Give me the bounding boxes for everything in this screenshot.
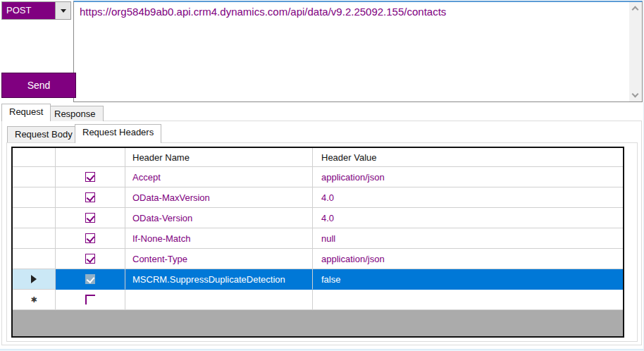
grid-header-value: Header Value	[313, 148, 623, 167]
header-row[interactable]: MSCRM.SuppressDuplicateDetectionfalse	[13, 269, 623, 290]
checkbox-checked-icon[interactable]	[85, 172, 95, 182]
row-selector-cell[interactable]	[13, 208, 56, 228]
header-row[interactable]: OData-Version4.0	[13, 208, 623, 228]
tab-request-body[interactable]: Request Body	[7, 126, 80, 142]
new-row-enabled-cell[interactable]	[56, 290, 125, 310]
checkbox-checked-icon[interactable]	[85, 233, 95, 243]
current-row-arrow-icon	[31, 275, 37, 283]
header-value-cell[interactable]: 4.0	[313, 187, 623, 208]
new-row-name-cell[interactable]	[125, 290, 313, 310]
header-name-cell[interactable]: Accept	[125, 167, 313, 187]
tab-request[interactable]: Request	[1, 104, 51, 121]
header-name-cell[interactable]: If-None-Match	[125, 228, 313, 249]
header-value-cell[interactable]: application/json	[313, 167, 623, 187]
row-selector-cell[interactable]	[13, 249, 56, 269]
grid-header-name: Header Name	[125, 148, 313, 167]
checkbox-checked-icon[interactable]	[85, 213, 95, 223]
header-value-cell[interactable]: false	[313, 269, 623, 290]
new-row-value-cell[interactable]	[313, 290, 623, 310]
scroll-down-icon[interactable]	[632, 91, 639, 98]
send-button[interactable]: Send	[1, 73, 76, 98]
tab-response[interactable]: Response	[47, 106, 104, 121]
grid-empty-area	[13, 310, 623, 336]
enabled-cell[interactable]	[56, 208, 125, 228]
new-header-row[interactable]: ✱	[13, 290, 623, 310]
chevron-down-icon	[61, 9, 66, 13]
header-value-cell[interactable]: application/json	[313, 249, 623, 269]
header-row[interactable]: Content-Typeapplication/json	[13, 249, 623, 269]
api-test-tool-window: POST https://org584b9ab0.api.crm4.dynami…	[0, 0, 644, 351]
header-value-cell[interactable]: 4.0	[313, 208, 623, 228]
grid-header-row: Header Name Header Value	[13, 148, 623, 167]
header-name-cell[interactable]: MSCRM.SuppressDuplicateDetection	[125, 269, 313, 290]
enabled-cell[interactable]	[56, 269, 125, 290]
grid-header-selector	[13, 148, 56, 167]
header-value-cell[interactable]: null	[313, 228, 623, 249]
enabled-cell[interactable]	[56, 249, 125, 269]
header-row[interactable]: OData-MaxVersion4.0	[13, 187, 623, 208]
checkbox-checked-icon[interactable]	[85, 254, 95, 264]
row-selector-cell[interactable]	[13, 228, 56, 249]
row-selector-cell[interactable]	[13, 187, 56, 208]
grid-header-enabled	[56, 148, 125, 167]
header-name-cell[interactable]: Content-Type	[125, 249, 313, 269]
tab-request-headers[interactable]: Request Headers	[75, 124, 161, 143]
url-text[interactable]: https://org584b9ab0.api.crm4.dynamics.co…	[80, 5, 625, 19]
method-dropdown-button[interactable]	[55, 2, 70, 19]
checkbox-unchecked-icon[interactable]	[85, 295, 95, 304]
row-selector-cell[interactable]	[13, 269, 56, 290]
header-name-cell[interactable]: OData-MaxVersion	[125, 187, 313, 208]
header-row[interactable]: If-None-Matchnull	[13, 228, 623, 249]
header-row[interactable]: Acceptapplication/json	[13, 167, 623, 187]
http-method-value: POST	[2, 2, 55, 19]
request-headers-grid: Header Name Header Value Acceptapplicati…	[11, 147, 624, 338]
enabled-cell[interactable]	[56, 228, 125, 249]
new-row-asterisk-icon: ✱	[30, 296, 37, 304]
checkbox-checked-icon[interactable]	[85, 192, 95, 202]
header-name-cell[interactable]: OData-Version	[125, 208, 313, 228]
url-input[interactable]: https://org584b9ab0.api.crm4.dynamics.co…	[73, 1, 643, 102]
checkbox-checked-icon[interactable]	[85, 274, 95, 284]
url-scrollbar[interactable]	[629, 2, 642, 101]
new-row-selector-cell[interactable]: ✱	[13, 290, 56, 310]
enabled-cell[interactable]	[56, 167, 125, 187]
http-method-combobox[interactable]: POST	[1, 1, 71, 20]
enabled-cell[interactable]	[56, 187, 125, 208]
row-selector-cell[interactable]	[13, 167, 56, 187]
scroll-up-icon[interactable]	[632, 6, 639, 13]
